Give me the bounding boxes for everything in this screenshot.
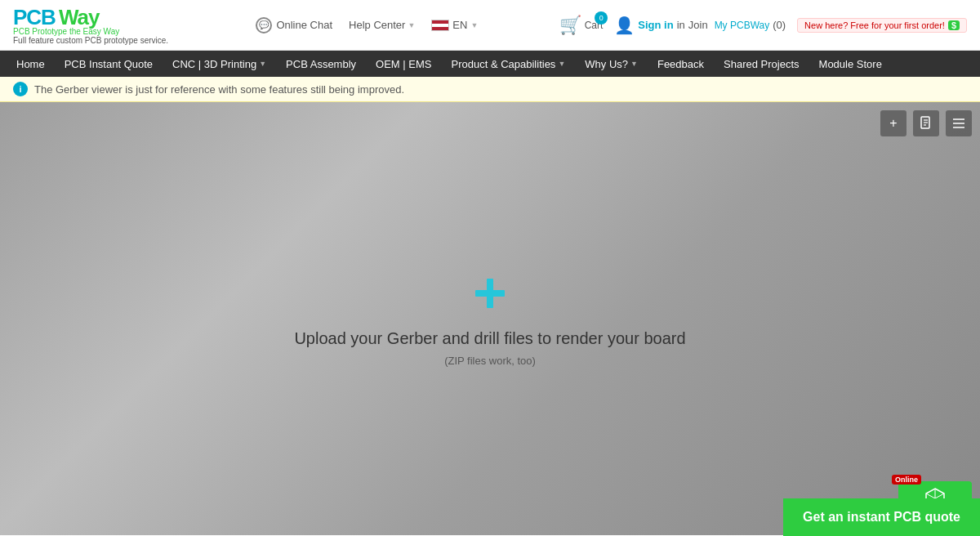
- join-link[interactable]: Join: [688, 19, 708, 31]
- gerber-viewer[interactable]: + Upload your Gerber and drill fi: [0, 102, 980, 535]
- upload-title: Upload your Gerber and drill files to re…: [294, 329, 685, 348]
- menu-icon: [952, 118, 965, 129]
- lang-arrow-icon: ▼: [470, 21, 478, 29]
- nav-home[interactable]: Home: [7, 51, 55, 77]
- plus-icon: [467, 270, 513, 316]
- chat-label: Online Chat: [276, 19, 332, 31]
- svg-rect-8: [487, 279, 493, 308]
- cart-icon: 🛒: [559, 15, 581, 36]
- chat-button[interactable]: 💬 Online Chat: [256, 17, 332, 34]
- sign-in-separator: in: [677, 19, 685, 31]
- logo-tagline: PCB Prototype the Easy Way: [13, 27, 168, 36]
- upload-cross-icon: [467, 270, 513, 323]
- sign-in-link[interactable]: Sign in: [638, 19, 673, 31]
- flag-icon: [431, 20, 449, 31]
- nav-shared-projects[interactable]: Shared Projects: [714, 51, 809, 77]
- info-text: The Gerber viewer is just for reference …: [34, 83, 404, 96]
- join-count: (0): [773, 19, 786, 31]
- new-here-text: New here? Free for your first order!: [804, 20, 945, 30]
- main-nav: Home PCB Instant Quote CNC | 3D Printing…: [0, 51, 980, 77]
- site-header: PCBWay PCB Prototype the Easy Way Full f…: [0, 0, 980, 51]
- help-arrow-icon: ▼: [408, 21, 415, 29]
- cart-button[interactable]: 🛒 0 Cart: [559, 15, 604, 36]
- nav-cnc-3d-printing[interactable]: CNC | 3D Printing▼: [163, 51, 276, 77]
- header-right: 🛒 0 Cart 👤 Sign in in Join My PCBWay (0)…: [559, 15, 967, 36]
- nav-product-capabilities[interactable]: Product & Capabilities▼: [441, 51, 575, 77]
- file-button[interactable]: [913, 110, 939, 136]
- logo-sub: Full feature custom PCB prototype servic…: [13, 36, 168, 45]
- chat-icon: 💬: [256, 17, 272, 34]
- header-middle: 💬 Online Chat Help Center ▼ EN ▼: [183, 17, 551, 34]
- file-icon: [920, 116, 933, 131]
- nav-why-us[interactable]: Why Us?▼: [575, 51, 648, 77]
- upload-subtitle: (ZIP files work, too): [444, 355, 536, 367]
- nav-pcb-assembly[interactable]: PCB Assembly: [276, 51, 366, 77]
- info-banner: i The Gerber viewer is just for referenc…: [0, 77, 980, 102]
- user-icon: 👤: [614, 16, 635, 35]
- cnc-arrow-icon: ▼: [259, 60, 266, 68]
- nav-feedback[interactable]: Feedback: [648, 51, 714, 77]
- cart-badge: 0: [595, 11, 608, 25]
- new-here-banner: New here? Free for your first order! $: [797, 18, 967, 33]
- nav-module-store[interactable]: Module Store: [809, 51, 892, 77]
- nav-pcb-instant-quote[interactable]: PCB Instant Quote: [55, 51, 163, 77]
- language-selector[interactable]: EN ▼: [431, 19, 478, 31]
- help-label: Help Center: [349, 19, 405, 31]
- dollar-icon: $: [948, 20, 960, 30]
- info-icon: i: [13, 82, 28, 96]
- help-center-button[interactable]: Help Center ▼: [349, 19, 415, 31]
- product-arrow-icon: ▼: [558, 60, 565, 68]
- logo[interactable]: PCBWay PCB Prototype the Easy Way Full f…: [13, 5, 168, 45]
- nav-oem-ems[interactable]: OEM | EMS: [366, 51, 441, 77]
- add-layer-button[interactable]: +: [880, 110, 906, 136]
- upload-prompt[interactable]: Upload your Gerber and drill files to re…: [294, 270, 685, 367]
- get-quote-button[interactable]: Get an instant PCB quote: [783, 498, 980, 536]
- sign-in-area[interactable]: 👤 Sign in in Join My PCBWay (0): [614, 16, 786, 35]
- lang-label: EN: [452, 19, 467, 31]
- online-badge: Online: [892, 475, 921, 485]
- why-arrow-icon: ▼: [630, 60, 638, 68]
- settings-button[interactable]: [946, 110, 972, 136]
- my-pcbway-link[interactable]: My PCBWay: [715, 20, 770, 31]
- viewer-toolbar: +: [880, 110, 972, 136]
